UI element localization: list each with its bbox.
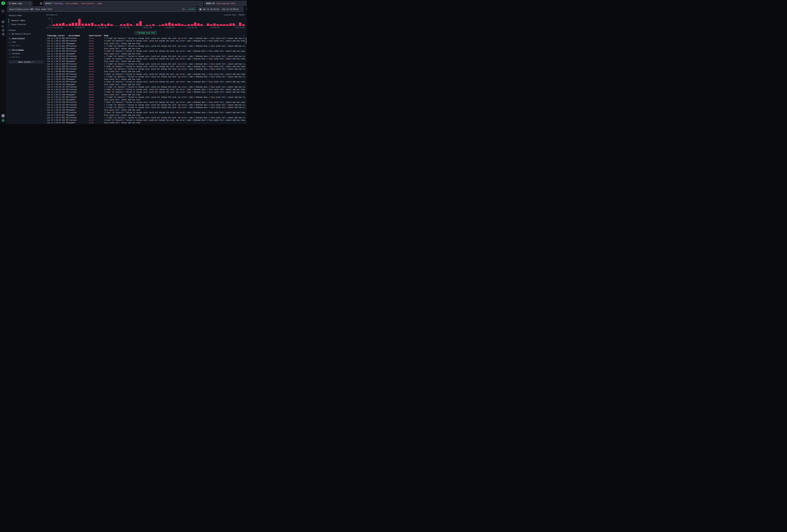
search-logs-icon[interactable] <box>0 20 6 24</box>
filter-option-checkout[interactable]: checkout <box>9 52 44 55</box>
log-row[interactable]: ›Jun 11 1:56:38.542 PMfrontenderror× {"c… <box>45 55 246 58</box>
log-row[interactable]: ›Jun 11 1:56:08.948 PMpaymenterrorVisa c… <box>45 70 246 73</box>
log-row[interactable]: ›Jun 11 1:55:51.448 PMpaymenterrorVisa c… <box>45 93 246 96</box>
language-lucene-option[interactable]: Lucene <box>188 8 195 10</box>
search-query-input[interactable]: SeverityText:error AND "Visa cache full"… <box>7 7 196 12</box>
log-row[interactable]: ›Jun 11 1:55:07.841 PMfrontenderror× {"c… <box>45 116 246 119</box>
log-row[interactable]: ›Jun 11 1:55:39.331 PMfrontenderror× {"c… <box>45 104 246 106</box>
log-row[interactable]: ›Jun 11 1:55:16.300 PMfrontenderror{"cod… <box>45 111 246 114</box>
row-expand-icon[interactable]: › <box>45 48 47 49</box>
log-row[interactable]: ›Jun 11 1:56:03.254 PMfrontenderror× {"c… <box>45 76 246 78</box>
row-expand-icon[interactable]: › <box>45 45 47 47</box>
row-expand-icon[interactable]: › <box>45 91 47 93</box>
log-row[interactable]: ›Jun 11 1:55:07.835 PMfrontenderror{"cod… <box>45 119 246 121</box>
filter-option-info[interactable]: info <box>9 41 44 43</box>
run-query-button[interactable] <box>246 7 247 12</box>
row-expand-icon[interactable]: › <box>45 116 47 119</box>
log-row[interactable]: ›Jun 11 1:55:51.452 PMfrontenderror{"cod… <box>45 91 246 93</box>
load-more-link[interactable]: Load more <box>9 56 44 58</box>
row-expand-icon[interactable]: › <box>45 104 47 106</box>
row-expand-icon[interactable]: › <box>45 109 47 111</box>
chart-explorer-icon[interactable] <box>0 24 6 28</box>
select-clause-input[interactable]: SELECTTimestamp, ServiceName, SeverityTe… <box>43 1 203 6</box>
col-resize-handle-icon[interactable]: ⋮ <box>103 35 104 36</box>
resume-live-tail-button[interactable]: Resume Live Tail <box>135 31 157 34</box>
log-row[interactable]: ›Jun 11 1:55:07.827 PMpaymenterrorVisa c… <box>45 114 246 116</box>
col-timestamp[interactable]: Timestamp (Local) <box>47 35 68 37</box>
row-expand-icon[interactable]: › <box>45 71 47 72</box>
log-row[interactable]: ›Jun 11 1:55:59.767 PMfrontenderror× {"c… <box>45 86 246 88</box>
filter-checkbox[interactable] <box>9 41 10 43</box>
more-filters-button[interactable]: More filters <box>9 60 44 64</box>
log-row[interactable]: ›Jun 11 1:54:52.241 PMpaymenterrorVisa c… <box>45 121 246 124</box>
row-expand-icon[interactable]: › <box>45 114 47 116</box>
log-row[interactable]: ›Jun 11 1:56:03.252 PMfrontenderror{"cod… <box>45 81 246 83</box>
col-body[interactable]: Body <box>104 35 246 37</box>
row-expand-icon[interactable]: › <box>45 96 47 98</box>
log-row[interactable]: ›Jun 11 1:56:32.843 PMpaymenterrorVisa c… <box>45 60 246 63</box>
log-row[interactable]: ›Jun 11 1:56:51.982 PMfrontenderror× {"c… <box>45 37 246 40</box>
row-expand-icon[interactable]: › <box>45 86 47 88</box>
row-expand-icon[interactable]: › <box>45 119 47 121</box>
row-expand-icon[interactable]: › <box>45 38 47 39</box>
row-expand-icon[interactable]: › <box>45 94 47 95</box>
scrollbar-thumb[interactable] <box>246 37 247 44</box>
language-sql-option[interactable]: SQL <box>182 8 185 10</box>
row-expand-icon[interactable]: › <box>45 60 47 62</box>
analysis-mode-event-patterns[interactable]: Event Patterns <box>9 22 44 26</box>
row-expand-icon[interactable]: › <box>45 101 47 103</box>
col-resize-handle-icon[interactable]: ⋮ <box>88 35 89 36</box>
row-expand-icon[interactable]: › <box>45 68 47 70</box>
dashboards-icon[interactable] <box>0 32 6 36</box>
log-row[interactable]: ›Jun 11 1:56:08.956 PMfrontenderror× {"c… <box>45 68 246 70</box>
log-row[interactable]: ›Jun 11 1:56:42.999 PMfrontenderror{"cod… <box>45 50 246 52</box>
row-expand-icon[interactable]: › <box>45 65 47 67</box>
row-expand-icon[interactable]: › <box>45 42 47 44</box>
log-row[interactable]: ›Jun 11 1:56:32.848 PMfrontenderror{"cod… <box>45 65 246 68</box>
row-expand-icon[interactable]: › <box>45 53 47 55</box>
row-expand-icon[interactable]: › <box>45 122 47 124</box>
col-severitytext[interactable]: SeverityText <box>89 35 104 37</box>
row-expand-icon[interactable]: › <box>45 73 47 75</box>
row-expand-icon[interactable]: › <box>45 106 47 108</box>
row-expand-icon[interactable]: › <box>45 76 47 78</box>
log-row[interactable]: ›Jun 11 1:56:51.975 PMpaymenterrorVisa c… <box>45 42 246 45</box>
analysis-mode-results-table[interactable]: Results Table <box>9 19 44 22</box>
row-expand-icon[interactable]: › <box>45 40 47 42</box>
log-row[interactable]: ›Jun 11 1:55:51.454 PMfrontenderror× {"c… <box>45 96 246 98</box>
source-settings-gear-icon[interactable] <box>40 2 42 5</box>
log-row[interactable]: ›Jun 11 1:55:59.760 PMpaymenterrorVisa c… <box>45 83 246 86</box>
col-servicename[interactable]: ServiceName <box>68 35 89 37</box>
sessions-icon[interactable] <box>0 28 6 32</box>
denoise-checkbox[interactable] <box>9 33 10 35</box>
app-logo-icon[interactable] <box>0 0 6 6</box>
log-row[interactable]: ›Jun 11 1:56:42.995 PMpaymenterrorVisa c… <box>45 47 246 50</box>
data-source-select[interactable]: Demo Logs <box>7 1 33 6</box>
help-button[interactable]: ? <box>1 114 5 118</box>
log-row[interactable]: ›Jun 11 1:55:39.330 PMfrontenderror{"cod… <box>45 101 246 103</box>
time-range-picker[interactable]: Jun 11 13:41:52 - Jun 11 13:56:52 <box>198 7 243 12</box>
log-row[interactable]: ›Jun 11 1:55:59.765 PMfrontenderror{"cod… <box>45 88 246 91</box>
row-expand-icon[interactable]: › <box>45 112 47 113</box>
log-row[interactable]: ›Jun 11 1:56:03.248 PMpaymenterrorVisa c… <box>45 78 246 81</box>
log-row[interactable]: ›Jun 11 1:56:51.980 PMfrontenderror{"cod… <box>45 40 246 42</box>
user-avatar[interactable]: U <box>1 119 5 122</box>
log-row[interactable]: ›Jun 11 1:55:39.324 PMpaymenterrorVisa c… <box>45 98 246 101</box>
row-expand-icon[interactable]: › <box>45 58 47 60</box>
log-row[interactable]: ›Jun 11 1:56:08.955 PMfrontenderror{"cod… <box>45 73 246 76</box>
order-by-input[interactable]: ORDER BYTimestampTime DESC <box>204 1 247 6</box>
row-expand-icon[interactable]: › <box>45 83 47 85</box>
log-row[interactable]: ›Jun 11 1:56:43.001 PMfrontenderror× {"c… <box>45 45 246 47</box>
log-row[interactable]: ›Jun 11 1:55:16.302 PMfrontenderror× {"c… <box>45 106 246 109</box>
toggle-sidebar-icon[interactable] <box>0 9 6 13</box>
log-row[interactable]: ›Jun 11 1:55:16.296 PMpaymenterrorVisa c… <box>45 109 246 111</box>
row-expand-icon[interactable]: › <box>45 89 47 90</box>
load-more-link[interactable]: Load more <box>9 45 44 46</box>
col-resize-handle-icon[interactable]: ⋮ <box>67 35 69 36</box>
log-row[interactable]: ›Jun 11 1:56:38.540 PMfrontenderror{"cod… <box>45 58 246 60</box>
row-expand-icon[interactable]: › <box>45 55 47 57</box>
filter-checkbox[interactable] <box>9 53 10 55</box>
row-expand-icon[interactable]: › <box>45 78 47 80</box>
row-expand-icon[interactable]: › <box>45 63 47 65</box>
row-expand-icon[interactable]: › <box>45 99 47 101</box>
